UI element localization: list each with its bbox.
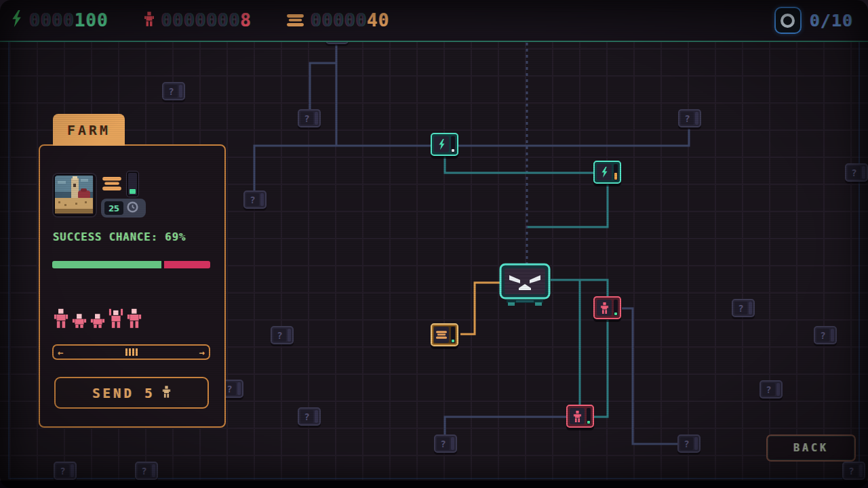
node-unknown: ? <box>271 326 294 344</box>
squad-person-icon <box>54 308 68 329</box>
success-bar-fail <box>164 261 210 268</box>
question-icon: ? <box>816 329 829 342</box>
node-unknown: ? <box>298 407 321 426</box>
node-meter <box>776 383 780 396</box>
question-icon: ? <box>300 410 313 423</box>
node-unknown: ? <box>162 82 185 100</box>
success-bar-fill <box>52 261 161 268</box>
node-meter <box>260 193 264 206</box>
question-icon: ? <box>845 464 858 477</box>
mission-panel: 25 SUCCESS CHANCE: 69% ← → SEND 5 <box>39 144 226 428</box>
resource-bar: 0000100 00000008 0000040 0/10 <box>0 0 868 41</box>
node-enemy[interactable] <box>593 296 621 319</box>
squad-person-icon <box>127 308 142 329</box>
node-boss[interactable] <box>499 263 553 308</box>
food-icon <box>287 10 304 30</box>
node-meter <box>694 437 698 450</box>
question-icon: ? <box>246 193 259 206</box>
person-icon <box>600 302 609 314</box>
node-unknown: ? <box>845 163 868 182</box>
energy-resource: 0000100 <box>11 10 108 31</box>
send-button-label: SEND 5 <box>92 386 155 401</box>
game-screen: ????????????????? 0000100 00000008 00000… <box>0 0 868 488</box>
lightning-icon <box>11 10 22 31</box>
send-button[interactable]: SEND 5 <box>54 377 209 409</box>
squad-person-icon <box>108 308 123 329</box>
node-meter <box>587 408 591 424</box>
person-icon <box>573 411 582 422</box>
boss-tv-icon <box>499 263 553 308</box>
food-icon <box>436 331 447 339</box>
question-icon: ? <box>273 329 286 342</box>
question-icon: ? <box>138 464 151 477</box>
node-meter <box>862 166 865 179</box>
node-meter <box>315 112 318 125</box>
squad-size-slider[interactable]: ← → <box>52 344 210 360</box>
question-icon: ? <box>437 437 450 450</box>
question-icon: ? <box>680 437 693 450</box>
success-bar <box>52 261 210 268</box>
node-enemy[interactable] <box>566 405 594 428</box>
lightning-icon <box>601 167 608 178</box>
success-chance-label: SUCCESS CHANCE: 69% <box>53 231 186 243</box>
node-unknown: ? <box>678 109 701 127</box>
node-food-selected[interactable] <box>431 323 458 346</box>
mission-tab: FARM <box>53 114 125 146</box>
lightning-icon <box>438 139 446 150</box>
node-meter <box>71 464 74 477</box>
node-meter <box>451 437 454 450</box>
node-meter <box>315 410 318 423</box>
node-unknown: ? <box>732 299 755 317</box>
node-unknown: ? <box>760 380 783 399</box>
map-frame-top <box>0 41 868 42</box>
node-meter <box>179 85 182 98</box>
capacity-count: 0/10 <box>810 11 853 30</box>
question-icon: ? <box>848 166 861 179</box>
duration-badge: 25 <box>101 199 146 218</box>
population-count: 00000008 <box>161 10 252 30</box>
population-resource: 00000008 <box>144 10 252 30</box>
person-icon <box>144 10 155 30</box>
node-unknown: ? <box>298 109 321 127</box>
slider-right-arrow[interactable]: → <box>199 347 205 358</box>
node-energy[interactable] <box>593 161 621 184</box>
food-count: 0000040 <box>311 10 390 30</box>
back-button[interactable]: BACK <box>766 434 856 462</box>
node-meter <box>695 112 698 125</box>
node-meter <box>451 136 455 152</box>
node-unknown: ? <box>677 434 701 453</box>
question-icon: ? <box>165 85 178 98</box>
node-meter <box>451 327 455 343</box>
core-icon[interactable] <box>774 7 802 34</box>
squad-preview <box>54 304 142 329</box>
meter-icon <box>127 171 138 197</box>
squad-person-icon <box>72 308 87 329</box>
node-meter <box>859 464 863 477</box>
squad-person-icon <box>90 308 105 329</box>
question-icon: ? <box>56 464 69 477</box>
question-icon: ? <box>762 383 775 396</box>
energy-count: 0000100 <box>29 10 108 30</box>
mission-thumbnail <box>54 174 96 216</box>
node-meter <box>237 382 241 395</box>
slider-left-arrow[interactable]: ← <box>58 347 63 358</box>
node-unknown: ? <box>842 462 865 480</box>
node-meter <box>749 302 752 314</box>
question-icon: ? <box>734 302 747 314</box>
question-icon: ? <box>300 112 313 125</box>
node-unknown: ? <box>434 434 457 453</box>
person-icon <box>162 386 171 401</box>
node-meter <box>614 164 618 180</box>
node-meter <box>288 329 291 342</box>
question-icon: ? <box>681 112 694 125</box>
slider-handle[interactable] <box>125 348 138 356</box>
node-meter <box>831 329 834 342</box>
node-unknown: ? <box>54 462 77 480</box>
clock-icon <box>127 201 138 216</box>
node-meter <box>152 464 155 477</box>
node-energy[interactable] <box>431 133 458 156</box>
food-resource: 0000040 <box>287 10 390 30</box>
node-meter <box>614 300 618 316</box>
food-cost-icon <box>102 177 121 193</box>
bottom-bezel <box>0 481 868 488</box>
